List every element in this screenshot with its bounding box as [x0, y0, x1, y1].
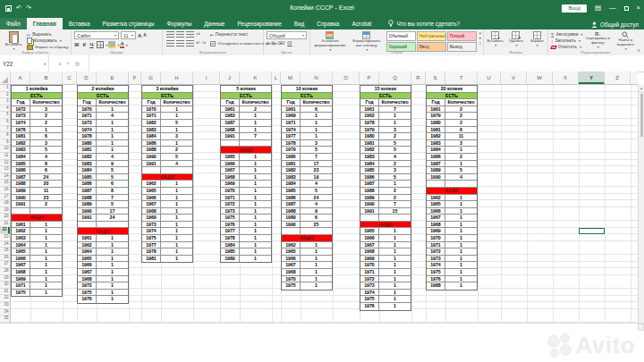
- cell-year[interactable]: 1975: [221, 215, 240, 221]
- align-center-icon[interactable]: [176, 40, 184, 46]
- cell-year[interactable]: 1965: [12, 248, 30, 255]
- cell-qty[interactable]: 1: [301, 120, 332, 126]
- cell-year[interactable]: 1990: [427, 174, 445, 181]
- cell-qty[interactable]: 2: [379, 188, 411, 194]
- cell-qty[interactable]: 4: [445, 174, 477, 181]
- cell-year[interactable]: [427, 181, 445, 187]
- cell-year[interactable]: 1983: [78, 161, 97, 167]
- cell-qty[interactable]: 1: [97, 296, 128, 303]
- cell-year[interactable]: 1964: [78, 248, 97, 255]
- cell-qty[interactable]: 1: [445, 242, 477, 248]
- cell-year[interactable]: 1963: [12, 235, 30, 241]
- cell-qty[interactable]: 1: [301, 113, 332, 119]
- cell-year[interactable]: 1968: [12, 269, 30, 275]
- cell-year[interactable]: 1968: [427, 222, 445, 228]
- cell-qty[interactable]: 1: [161, 215, 192, 221]
- cell-qty[interactable]: 3: [379, 127, 411, 133]
- cell-year[interactable]: 1972: [78, 282, 97, 289]
- cell-year[interactable]: [12, 208, 30, 215]
- cell-year[interactable]: 1983: [427, 140, 445, 147]
- row-header-4[interactable]: 4: [0, 105, 10, 113]
- bold-button[interactable]: Ж: [74, 42, 79, 47]
- cell-qty[interactable]: 5: [379, 140, 411, 147]
- cell-year[interactable]: 1977: [142, 242, 161, 248]
- cell-qty[interactable]: 1: [161, 208, 192, 215]
- cell-qty[interactable]: 1: [97, 106, 128, 113]
- cell-year[interactable]: 1970: [282, 276, 301, 282]
- cell-year[interactable]: 1985: [221, 248, 240, 255]
- cell-qty[interactable]: 5: [445, 167, 477, 173]
- cell-year[interactable]: 1981: [360, 140, 379, 147]
- column-header-X[interactable]: X: [553, 72, 579, 84]
- cell-year[interactable]: 1984: [78, 167, 97, 173]
- cell-qty[interactable]: 17: [301, 161, 332, 167]
- cell-qty[interactable]: 4: [161, 161, 192, 167]
- row-header-34[interactable]: 34: [0, 309, 10, 316]
- cell-year[interactable]: 1962: [427, 195, 445, 201]
- cell-year[interactable]: 1965: [282, 248, 301, 255]
- cell-qty[interactable]: 1: [301, 242, 332, 248]
- tab-Формулы[interactable]: Формулы: [160, 18, 198, 29]
- cell-qty[interactable]: 1: [240, 222, 271, 228]
- cell-year[interactable]: 1990: [282, 222, 301, 228]
- cell-year[interactable]: 1965: [142, 188, 161, 194]
- cell-year[interactable]: 1987: [78, 188, 97, 194]
- cell-qty[interactable]: 6: [445, 127, 477, 133]
- cell-year[interactable]: [282, 228, 301, 234]
- cell-qty[interactable]: 1: [30, 256, 62, 262]
- insert-function-icon[interactable]: fx: [75, 61, 80, 67]
- sort-filter-button[interactable]: Я↓ Сортировка и фильтр ▾: [585, 31, 610, 51]
- cell-year[interactable]: 1968: [78, 276, 97, 282]
- cell-year[interactable]: 1988: [221, 127, 240, 133]
- name-box[interactable]: Y22 ▾: [0, 55, 49, 72]
- row-header-33[interactable]: 33: [0, 302, 10, 309]
- cell-qty[interactable]: 1: [445, 208, 477, 215]
- cell-year[interactable]: 1980: [282, 154, 301, 160]
- cell-year[interactable]: 1966: [78, 262, 97, 268]
- cell-qty[interactable]: 7: [301, 154, 332, 160]
- cell-qty[interactable]: 1: [445, 201, 477, 207]
- cell-qty[interactable]: 6: [97, 181, 128, 187]
- cell-year[interactable]: 1969: [221, 181, 240, 187]
- cell-qty[interactable]: 1: [97, 127, 128, 133]
- cell-qty[interactable]: 1: [445, 235, 477, 241]
- cell-year[interactable]: 1973: [78, 120, 97, 126]
- cell-year[interactable]: 1968: [221, 174, 240, 181]
- cell-year[interactable]: 1964: [12, 242, 30, 248]
- cell-year[interactable]: 1986: [360, 174, 379, 181]
- cell-year[interactable]: 1991: [360, 208, 379, 215]
- cell-qty[interactable]: 1: [379, 235, 411, 241]
- cell-qty[interactable]: 1: [161, 222, 192, 228]
- cell-qty[interactable]: 1: [379, 276, 411, 282]
- cell-qty[interactable]: 1: [240, 228, 271, 234]
- tab-Главная[interactable]: Главная: [27, 18, 63, 29]
- cell-qty[interactable]: 1: [240, 248, 271, 255]
- cell-year[interactable]: 1971: [282, 120, 301, 126]
- cell-year[interactable]: 1965: [78, 256, 97, 262]
- cell-qty[interactable]: 5: [301, 188, 332, 194]
- cell-qty[interactable]: 1: [445, 269, 477, 275]
- cell-year[interactable]: 1977: [221, 228, 240, 234]
- align-bottom-icon[interactable]: [186, 31, 194, 38]
- style-chip-Обычный[interactable]: Обычный: [386, 31, 416, 41]
- cancel-formula-icon[interactable]: ×: [58, 61, 62, 67]
- cell-year[interactable]: 1981: [142, 256, 161, 263]
- cell-qty[interactable]: 1: [97, 120, 128, 126]
- cell-qty[interactable]: 1: [240, 201, 271, 207]
- cell-year[interactable]: 1989: [427, 167, 445, 173]
- scrollbar-thumb[interactable]: [640, 94, 643, 137]
- cell-year[interactable]: 1984: [221, 242, 240, 248]
- cell-year[interactable]: 1974: [282, 127, 301, 133]
- selected-cell[interactable]: [579, 228, 605, 235]
- cell-qty[interactable]: 1: [30, 276, 62, 282]
- column-header-L[interactable]: L: [272, 72, 281, 84]
- cell-qty[interactable]: 1: [97, 256, 128, 262]
- column-header-E[interactable]: E: [97, 72, 129, 84]
- cell-year[interactable]: 1989: [12, 188, 30, 194]
- cell-qty[interactable]: 1: [445, 276, 477, 282]
- tab-Вид[interactable]: Вид: [288, 18, 311, 29]
- align-left-icon[interactable]: [166, 40, 174, 46]
- style-chip-Нейтральный[interactable]: Нейтральный: [417, 31, 446, 41]
- cell-qty[interactable]: 5: [301, 147, 332, 153]
- cell-year[interactable]: 1971: [78, 113, 97, 119]
